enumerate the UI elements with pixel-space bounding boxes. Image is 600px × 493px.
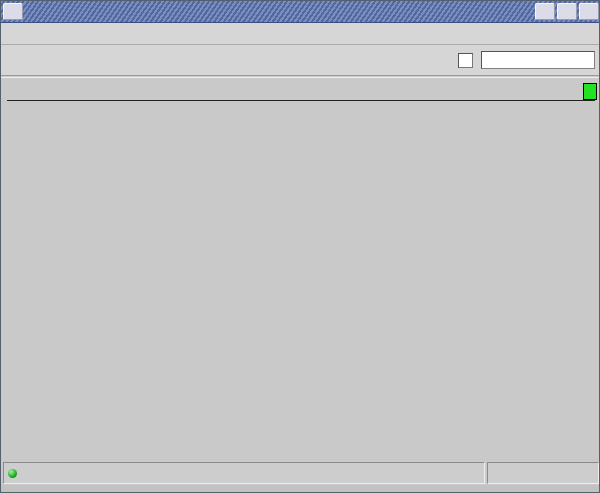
status-bar xyxy=(1,461,600,485)
status-message-field xyxy=(3,462,485,484)
plot-canvas[interactable] xyxy=(1,102,600,462)
graph-header xyxy=(1,80,600,101)
minimize-button[interactable] xyxy=(535,3,555,20)
marker-label-input[interactable] xyxy=(481,51,595,69)
graph-title-rule xyxy=(7,100,595,101)
window-menu-button[interactable] xyxy=(3,3,23,20)
title-bar xyxy=(1,1,600,23)
close-button[interactable] xyxy=(579,3,599,20)
toolbar xyxy=(1,45,600,76)
status-secondary-field xyxy=(487,462,599,484)
graph-title xyxy=(1,80,600,83)
menu-bar xyxy=(1,23,600,45)
label-checkbox[interactable] xyxy=(458,53,473,68)
window-frame-bottom xyxy=(1,485,600,493)
maximize-button[interactable] xyxy=(557,3,577,20)
window-number-badge[interactable] xyxy=(583,83,597,100)
graph-window xyxy=(1,77,600,461)
status-led-icon xyxy=(8,469,17,478)
